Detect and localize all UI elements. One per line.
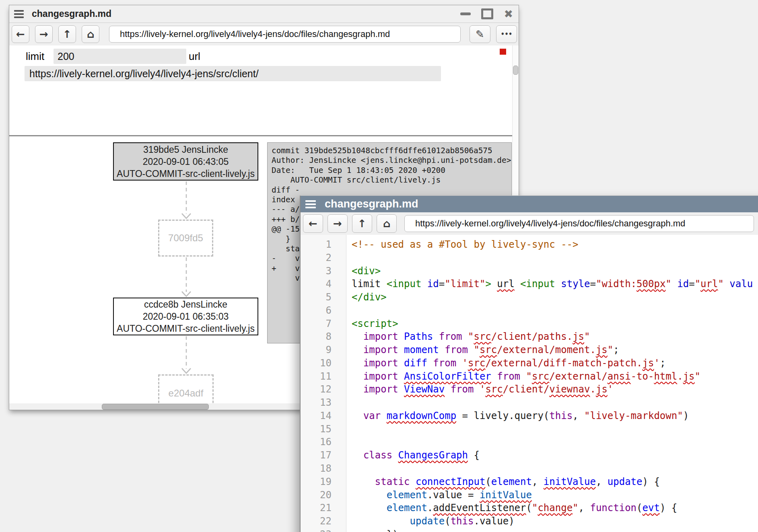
limit-input[interactable] [54,49,186,64]
diff-line: Date: Tue Sep 1 18:43:05 2020 +0200 [272,166,511,175]
line-number: 4 [301,277,346,291]
diff-line: Author: JensLincke <jens.lincke@hpi.uni-… [272,156,511,165]
line-number: 9 [301,343,346,357]
commit-node[interactable]: 319bde5 JensLincke2020-09-01 06:43:05AUT… [113,142,258,181]
maximize-icon[interactable] [481,8,493,19]
window-title: changesgraph.md [32,8,111,19]
window-title: changesgraph.md [325,198,418,210]
line-number: 19 [301,475,346,489]
line-number: 10 [301,357,346,370]
code-line[interactable]: var markdownComp = lively.query(this, "l… [352,409,758,423]
close-icon[interactable]: ✖ [504,10,513,18]
line-number: 5 [301,291,346,304]
url-input[interactable] [404,215,754,232]
line-number: 18 [301,462,346,475]
code-line[interactable] [352,304,758,317]
forward-button[interactable]: → [35,25,53,43]
code-line[interactable] [352,462,758,475]
line-number: 21 [301,501,346,515]
code-pane[interactable]: <!-- used as a #Tool by lively-sync --><… [346,235,758,532]
limit-label: limit [26,49,44,64]
line-number-gutter: 1234567891011121314151617181920212223 [301,235,346,532]
up-button[interactable]: ↑ [352,214,372,233]
code-line[interactable]: import AnsiColorFilter from "src/externa… [352,370,758,383]
forward-button[interactable]: → [328,214,348,233]
nav-toolbar: ← → ↑ ⌂ [301,212,758,235]
back-button[interactable]: ← [303,214,323,233]
vertical-scrollbar-thumb[interactable] [513,66,518,75]
commit-node[interactable]: ccdce8b JensLincke2020-09-01 06:35:03AUT… [113,298,258,335]
diff-line: commit 319bde525b1048cbcfff6dffe61012ab8… [272,146,511,156]
url-input[interactable] [109,26,461,43]
commit-stub-node[interactable]: e204adf [158,374,214,403]
home-button[interactable]: ⌂ [377,214,397,233]
diff-line: diff - [272,185,511,195]
line-number: 3 [301,265,346,278]
code-line[interactable]: import Paths from "src/client/paths.js" [352,330,758,343]
modified-indicator [500,49,506,55]
home-button[interactable]: ⌂ [82,25,99,43]
code-line[interactable] [352,435,758,449]
code-line[interactable]: <!-- used as a #Tool by lively-sync --> [352,238,758,251]
code-line[interactable]: <div> [352,265,758,278]
code-line[interactable] [352,396,758,409]
horizontal-scrollbar-thumb[interactable] [102,404,209,410]
desktop: { "colors":{ "desktop_bg":"#f0f0f0", "fr… [0,0,758,532]
line-number: 1 [301,238,346,251]
url-label: url [189,49,200,64]
code-line[interactable]: <script> [352,317,758,331]
nav-toolbar: ← → ↑ ⌂ ✎ ••• [9,23,519,46]
line-number: 16 [301,435,346,449]
code-line[interactable]: </div> [352,291,758,304]
diff-line: AUTO-COMMIT src/client/lively.js [272,175,511,185]
line-number: 23 [301,528,346,532]
code-line[interactable]: static connectInput(element, initValue, … [352,475,758,489]
front-window-titlebar[interactable]: changesgraph.md [301,196,758,212]
code-line[interactable]: }) [352,528,758,532]
line-number: 2 [301,251,346,265]
more-button[interactable]: ••• [496,25,517,43]
graph-arrow [180,257,193,298]
code-line[interactable] [352,251,758,265]
front-window: changesgraph.md ← → ↑ ⌂ 1234567891011121… [300,195,758,532]
code-line[interactable]: import diff from 'src/external/diff-matc… [352,357,758,370]
code-line[interactable]: element.value = initValue [352,489,758,502]
code-line[interactable]: limit <input id="limit"> url <input styl… [352,277,758,291]
line-number: 14 [301,409,346,423]
graph-arrow [180,181,193,220]
graph-url-input[interactable] [25,66,441,81]
line-number: 7 [301,317,346,331]
tool-form-pane: limit url [9,45,513,126]
line-number: 13 [301,396,346,409]
code-line[interactable] [352,423,758,436]
code-line[interactable]: element.addEventListener("change", funct… [352,501,758,515]
code-line[interactable]: import moment from "src/external/moment.… [352,343,758,357]
hamburger-icon[interactable] [305,200,316,208]
line-number: 20 [301,489,346,502]
minimize-icon[interactable] [460,12,471,15]
edit-pencil-button[interactable]: ✎ [470,25,490,43]
code-line[interactable]: update(this.value) [352,515,758,528]
back-button[interactable]: ← [12,25,29,43]
line-number: 17 [301,449,346,462]
back-window-titlebar[interactable]: changesgraph.md ✖ [9,5,519,23]
code-line[interactable]: class ChangesGraph { [352,449,758,462]
hamburger-icon[interactable] [14,10,24,18]
line-number: 12 [301,383,346,396]
line-number: 11 [301,370,346,383]
line-number: 8 [301,330,346,343]
line-number: 22 [301,515,346,528]
commit-stub-node[interactable]: 7009fd5 [158,220,213,257]
code-line[interactable]: import ViewNav from 'src/client/viewnav.… [352,383,758,396]
graph-arrow [180,336,193,374]
line-number: 6 [301,304,346,317]
line-number: 15 [301,423,346,436]
up-button[interactable]: ↑ [58,25,76,43]
code-editor[interactable]: 1234567891011121314151617181920212223 <!… [301,235,758,532]
